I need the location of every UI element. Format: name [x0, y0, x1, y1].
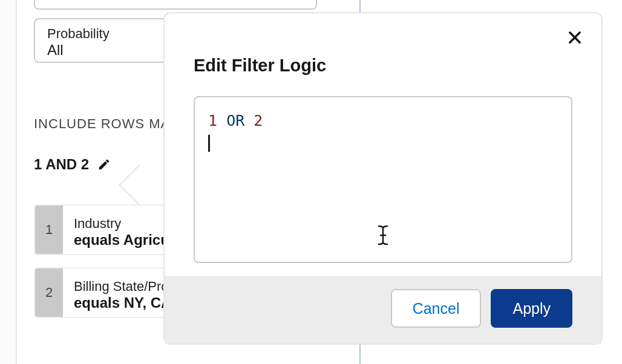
pencil-icon[interactable] [97, 158, 111, 171]
popover-header: Edit Filter Logic [165, 13, 601, 96]
collapsed-field-frag[interactable] [34, 0, 317, 10]
filter-number: 1 [35, 206, 63, 254]
filter-logic-row: 1 AND 2 [34, 156, 111, 173]
filter-logic-textarea[interactable]: 1 OR 2 [194, 96, 572, 263]
popover-title: Edit Filter Logic [194, 56, 572, 76]
apply-button[interactable]: Apply [491, 289, 572, 328]
ibeam-cursor-icon [376, 224, 390, 253]
close-button[interactable] [563, 27, 587, 51]
filter-number: 2 [35, 268, 63, 317]
filter-logic-text: 1 AND 2 [34, 156, 89, 173]
filter-logic-value: 1 OR 2 [208, 109, 558, 132]
edit-filter-logic-popover: Edit Filter Logic 1 OR 2 Cancel Apply [163, 12, 603, 345]
text-caret [208, 135, 210, 152]
left-gutter [0, 0, 17, 364]
close-icon [566, 29, 583, 48]
cancel-button[interactable]: Cancel [391, 289, 482, 328]
popover-footer: Cancel Apply [165, 276, 601, 343]
